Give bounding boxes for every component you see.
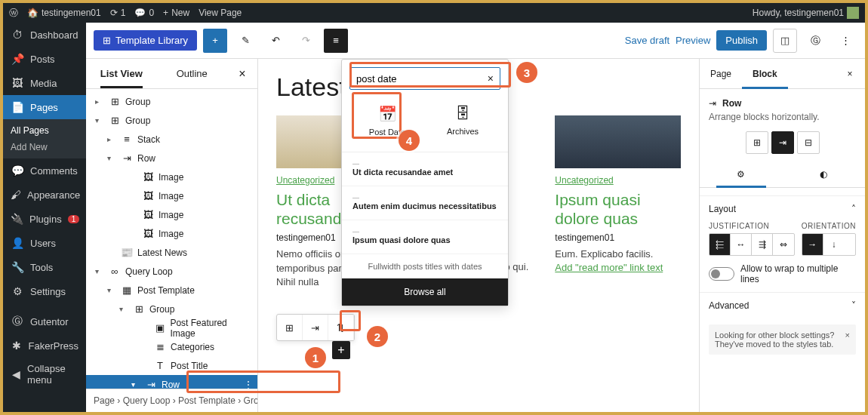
- justify-space-between[interactable]: ⇔: [773, 234, 794, 255]
- orient-horizontal[interactable]: →: [802, 234, 823, 255]
- new-content[interactable]: + New: [163, 8, 189, 18]
- node-post-template[interactable]: ▾▦Post Template: [86, 281, 257, 300]
- move-button[interactable]: ⇅: [328, 315, 354, 340]
- tab-block[interactable]: Block: [742, 59, 788, 88]
- node-image[interactable]: 🖼Image: [86, 186, 257, 205]
- node-image[interactable]: 🖼Image: [86, 205, 257, 224]
- inserter-suggestion[interactable]: —Autem enim ducimus necessitatibus: [342, 186, 508, 220]
- node-group[interactable]: ▸⊞Group: [86, 92, 257, 111]
- label-justification: JUSTIFICATION: [709, 222, 795, 230]
- close-settings[interactable]: ×: [835, 59, 865, 88]
- variation-group[interactable]: ⊞: [746, 131, 768, 154]
- users-icon: 👤: [11, 236, 24, 250]
- post-card[interactable]: Uncategorized Ipsum quasi dolore quas te…: [555, 115, 681, 289]
- post-thumbnail[interactable]: [555, 115, 681, 168]
- node-stack[interactable]: ▸≡Stack: [86, 130, 257, 149]
- comments-count[interactable]: 💬 0: [134, 8, 154, 18]
- updates[interactable]: ⟳ 1: [110, 8, 126, 18]
- menu-pages[interactable]: 📄Pages: [3, 95, 86, 119]
- drag-handle[interactable]: ⊞: [277, 315, 303, 340]
- section-layout[interactable]: Layout˄: [709, 204, 856, 214]
- justify-left[interactable]: ⬱: [709, 234, 731, 255]
- wrap-toggle[interactable]: [709, 267, 734, 281]
- view-page[interactable]: View Page: [199, 8, 242, 18]
- add-block-button[interactable]: +: [203, 29, 227, 53]
- node-image[interactable]: 🖼Image: [86, 168, 257, 186]
- dismiss-notice[interactable]: ×: [845, 330, 850, 349]
- close-list-view[interactable]: ×: [227, 59, 257, 88]
- node-featured-image[interactable]: ▣Post Featured Image: [86, 318, 257, 337]
- variation-row[interactable]: ⇥: [771, 131, 794, 154]
- justify-center[interactable]: ↔: [731, 234, 752, 255]
- node-row[interactable]: ▾⇥Row: [86, 149, 257, 168]
- inserter-item-archives[interactable]: 🗄Archives: [425, 97, 500, 144]
- crumb[interactable]: Group: [244, 395, 257, 406]
- section-advanced[interactable]: Advanced˅: [709, 300, 856, 311]
- publish-button[interactable]: Publish: [716, 30, 767, 51]
- site-name[interactable]: 🏠 testingemen01: [27, 8, 101, 18]
- menu-posts[interactable]: 📌Posts: [3, 47, 86, 71]
- template-library-button[interactable]: ⊞Template Library: [94, 30, 197, 51]
- menu-settings[interactable]: ⚙Settings: [3, 279, 86, 303]
- subtab-styles[interactable]: ◐: [783, 161, 866, 187]
- menu-fakerpress[interactable]: ✱FakerPress: [3, 334, 86, 358]
- tab-page[interactable]: Page: [700, 59, 742, 88]
- inserter-suggestion[interactable]: —Ipsum quasi dolore quas: [342, 220, 508, 254]
- menu-tools[interactable]: 🔧Tools: [3, 255, 86, 279]
- orient-vertical[interactable]: ↓: [823, 234, 845, 255]
- menu-appearance[interactable]: 🖌Appearance: [3, 183, 86, 207]
- collapse-menu[interactable]: ◀Collapse menu: [3, 358, 86, 391]
- tab-list-view[interactable]: List View: [86, 59, 157, 88]
- menu-plugins[interactable]: 🔌Plugins1: [3, 207, 86, 231]
- node-group[interactable]: ▾⊞Group: [86, 300, 257, 318]
- node-post-title[interactable]: TPost Title: [86, 356, 257, 375]
- more-options-button[interactable]: ⋮: [833, 29, 857, 53]
- crumb[interactable]: Query Loop: [123, 395, 171, 406]
- read-more-link[interactable]: Add "read more" link text: [555, 262, 681, 273]
- undo-button[interactable]: ↶: [263, 29, 288, 53]
- settings-icon: ⚙: [11, 284, 24, 298]
- node-group[interactable]: ▾⊞Group: [86, 111, 257, 130]
- inserter-suggestion[interactable]: —Ut dicta recusandae amet: [342, 152, 508, 186]
- crumb[interactable]: Page: [94, 395, 115, 406]
- menu-users[interactable]: 👤Users: [3, 231, 86, 255]
- node-query-loop[interactable]: ▾∞Query Loop: [86, 262, 257, 281]
- edit-mode-button[interactable]: ✎: [233, 29, 257, 53]
- post-title[interactable]: Ipsum quasi dolore quas: [555, 190, 681, 228]
- save-draft-link[interactable]: Save draft: [625, 35, 669, 46]
- node-row-selected[interactable]: ▾⇥Row⋮: [86, 375, 257, 389]
- more-icon[interactable]: ⋮: [244, 380, 253, 389]
- submenu-add-new[interactable]: Add New: [3, 139, 86, 155]
- subtab-settings[interactable]: ⚙: [700, 161, 783, 187]
- category-link[interactable]: Uncategorized: [276, 175, 334, 186]
- menu-gutentor[interactable]: ⒼGutentor: [3, 309, 86, 334]
- tab-outline[interactable]: Outline: [157, 59, 228, 88]
- block-toolbar: ⊞ ⇥ ⇅: [276, 314, 355, 341]
- chevron-up-icon: ˄: [851, 204, 856, 214]
- list-view-toggle[interactable]: ≡: [324, 29, 348, 53]
- inserter-search[interactable]: ×: [349, 67, 500, 90]
- gutentor-button[interactable]: Ⓖ: [803, 29, 827, 53]
- wp-logo[interactable]: ⓦ: [9, 7, 18, 20]
- menu-dashboard[interactable]: ⏱Dashboard: [3, 23, 86, 47]
- view-button[interactable]: ◫: [773, 29, 797, 53]
- loop-icon: ∞: [109, 266, 121, 278]
- menu-media[interactable]: 🖼Media: [3, 71, 86, 95]
- node-latest-news[interactable]: 📰Latest News: [86, 243, 257, 262]
- browse-all-button[interactable]: Browse all: [342, 278, 508, 306]
- clear-search-icon[interactable]: ×: [488, 72, 494, 85]
- variation-stack[interactable]: ⊟: [797, 131, 820, 154]
- redo-button[interactable]: ↷: [294, 29, 318, 53]
- howdy[interactable]: Howdy, testingemen01: [753, 7, 859, 19]
- crumb[interactable]: Post Template: [178, 395, 235, 406]
- search-input[interactable]: [356, 73, 488, 85]
- inline-add-block-button[interactable]: +: [332, 341, 350, 359]
- category-link[interactable]: Uncategorized: [555, 175, 613, 186]
- menu-comments[interactable]: 💬Comments: [3, 158, 86, 183]
- preview-link[interactable]: Preview: [676, 35, 710, 46]
- submenu-all-pages[interactable]: All Pages: [3, 122, 86, 139]
- row-icon-button[interactable]: ⇥: [303, 315, 328, 340]
- node-categories[interactable]: ≣Categories: [86, 337, 257, 356]
- node-image[interactable]: 🖼Image: [86, 224, 257, 243]
- justify-right[interactable]: ⇶: [752, 234, 773, 255]
